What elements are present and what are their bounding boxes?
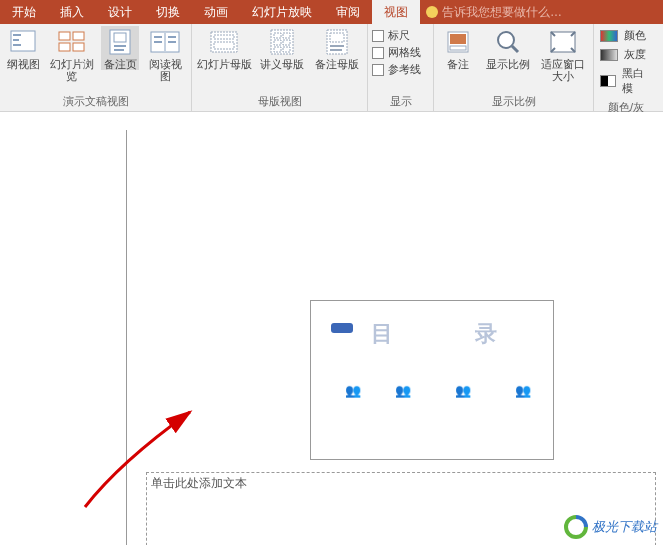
- svg-rect-10: [114, 45, 126, 47]
- workspace: 目 录 👥 👥 👥 👥 单击此处添加文本: [0, 112, 663, 545]
- svg-rect-1: [13, 34, 21, 36]
- slide-sorter-icon: [57, 28, 87, 56]
- handout-master-button[interactable]: 讲义母版: [257, 26, 308, 70]
- svg-line-36: [512, 46, 518, 52]
- svg-rect-4: [59, 32, 70, 40]
- notes-placeholder-text: 单击此处添加文本: [151, 475, 247, 492]
- svg-rect-17: [168, 41, 176, 43]
- tell-me-text: 告诉我您想要做什么…: [442, 4, 562, 21]
- checkbox-icon: [372, 30, 384, 42]
- group-label-master-views: 母版视图: [196, 92, 363, 111]
- svg-rect-34: [450, 46, 466, 50]
- notes-page-icon: [105, 28, 135, 56]
- slide-master-button[interactable]: 幻灯片母版: [196, 26, 253, 70]
- fit-window-icon: [548, 28, 578, 56]
- tab-start[interactable]: 开始: [0, 0, 48, 24]
- svg-rect-11: [114, 49, 124, 51]
- slide-thumbnail[interactable]: 目 录 👥 👥 👥 👥: [310, 300, 554, 460]
- color-button[interactable]: 颜色: [598, 26, 654, 45]
- watermark-logo-icon: [564, 515, 588, 539]
- gray-swatch-icon: [600, 49, 618, 61]
- group-label-show: 显示: [372, 92, 429, 111]
- tell-me-box[interactable]: 告诉我您想要做什么…: [420, 0, 663, 24]
- group-label-zoom: 显示比例: [438, 92, 589, 111]
- svg-rect-7: [73, 43, 84, 51]
- tab-view[interactable]: 视图: [372, 0, 420, 24]
- slide-icon-people2: 👥: [395, 383, 411, 398]
- slide-icon-people1: 👥: [345, 383, 361, 398]
- zoom-button[interactable]: 显示比例: [482, 26, 534, 70]
- svg-rect-16: [154, 41, 162, 43]
- svg-rect-3: [13, 44, 21, 46]
- slide-master-icon: [209, 28, 239, 56]
- ribbon: 纲视图 幻灯片浏览 备注页 阅读视图 演示文稿视图 幻灯片母版: [0, 24, 663, 112]
- svg-rect-2: [13, 39, 19, 41]
- ribbon-tabs: 开始 插入 设计 切换 动画 幻灯片放映 审阅 视图 告诉我您想要做什么…: [0, 0, 663, 24]
- color-swatch-icon: [600, 30, 618, 42]
- bulb-icon: [426, 6, 438, 18]
- zoom-icon: [493, 28, 523, 56]
- outline-view-button[interactable]: 纲视图: [4, 26, 42, 70]
- group-master-views: 幻灯片母版 讲义母版 备注母版 母版视图: [192, 24, 368, 111]
- grayscale-button[interactable]: 灰度: [598, 45, 654, 64]
- slide-title-char2: 录: [475, 319, 497, 349]
- fit-window-button[interactable]: 适应窗口大小: [537, 26, 589, 82]
- checkbox-icon: [372, 64, 384, 76]
- show-checklist: 标尺 网格线 参考线: [372, 26, 421, 77]
- tab-insert[interactable]: 插入: [48, 0, 96, 24]
- bw-swatch-icon: [600, 75, 616, 87]
- vertical-ruler: [126, 130, 127, 545]
- slide-title-char1: 目: [371, 319, 393, 349]
- group-presentation-views: 纲视图 幻灯片浏览 备注页 阅读视图 演示文稿视图: [0, 24, 192, 111]
- slide-icon-people4: 👥: [515, 383, 531, 398]
- slide-shape: [331, 323, 353, 333]
- notes-master-button[interactable]: 备注母版: [312, 26, 363, 70]
- svg-rect-9: [114, 33, 126, 42]
- group-label-presentation-views: 演示文稿视图: [4, 92, 187, 111]
- bw-button[interactable]: 黑白模: [598, 64, 654, 98]
- group-zoom: 备注 显示比例 适应窗口大小 显示比例: [434, 24, 594, 111]
- tab-animation[interactable]: 动画: [192, 0, 240, 24]
- group-color: 颜色 灰度 黑白模 颜色/灰: [594, 24, 658, 111]
- group-show: 标尺 网格线 参考线 显示: [368, 24, 434, 111]
- outline-view-icon: [8, 28, 38, 56]
- svg-rect-5: [73, 32, 84, 40]
- notes-page-button[interactable]: 备注页: [101, 26, 139, 70]
- reading-view-icon: [150, 28, 180, 56]
- svg-rect-30: [330, 45, 344, 47]
- svg-rect-31: [330, 49, 342, 51]
- svg-rect-33: [450, 34, 466, 44]
- notes-master-icon: [322, 28, 352, 56]
- svg-rect-14: [154, 36, 162, 38]
- gridlines-checkbox[interactable]: 网格线: [372, 45, 421, 60]
- svg-rect-6: [59, 43, 70, 51]
- tab-slideshow[interactable]: 幻灯片放映: [240, 0, 324, 24]
- reading-view-button[interactable]: 阅读视图: [143, 26, 187, 82]
- checkbox-icon: [372, 47, 384, 59]
- svg-rect-15: [168, 36, 176, 38]
- notes-pane-icon: [443, 28, 473, 56]
- notes-pane-button[interactable]: 备注: [438, 26, 478, 70]
- tab-transition[interactable]: 切换: [144, 0, 192, 24]
- ruler-checkbox[interactable]: 标尺: [372, 28, 421, 43]
- watermark: 极光下载站: [564, 515, 657, 539]
- handout-master-icon: [267, 28, 297, 56]
- tab-review[interactable]: 审阅: [324, 0, 372, 24]
- slide-icon-people3: 👥: [455, 383, 471, 398]
- tab-design[interactable]: 设计: [96, 0, 144, 24]
- guides-checkbox[interactable]: 参考线: [372, 62, 421, 77]
- svg-point-35: [498, 32, 514, 48]
- watermark-name: 极光下载站: [592, 518, 657, 536]
- slide-sorter-button[interactable]: 幻灯片浏览: [46, 26, 97, 82]
